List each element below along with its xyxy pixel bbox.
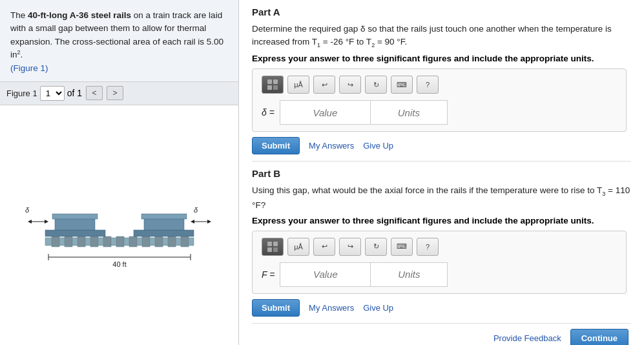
part-b-input-row: F =: [262, 262, 617, 287]
problem-text-line3: expansion. The cross-sectional area of e…: [10, 37, 223, 47]
svg-rect-11: [181, 236, 189, 247]
part-b-submit-button[interactable]: Submit: [252, 299, 300, 317]
figure-label: Figure 1: [6, 89, 37, 98]
part-b-help-button[interactable]: ?: [417, 238, 439, 256]
svg-rect-31: [273, 79, 278, 84]
provide-feedback-link[interactable]: Provide Feedback: [493, 333, 561, 343]
part-a-submit-button[interactable]: Submit: [252, 137, 300, 154]
part-divider: [252, 161, 631, 162]
rail-diagram: δ δ 40 ft: [6, 176, 232, 273]
figure-link[interactable]: (Figure 1): [10, 63, 48, 73]
part-a-toolbar: μÅ ↩ ↪ ↻ ⌨ ?: [262, 76, 617, 94]
part-b-value-input[interactable]: [280, 262, 370, 287]
part-b-units-input[interactable]: [370, 262, 448, 287]
part-a-my-answers-link[interactable]: My Answers: [309, 141, 354, 151]
part-a-give-up-link[interactable]: Give Up: [363, 141, 393, 151]
figure-area: δ δ 40 ft: [0, 105, 238, 345]
figure-dropdown[interactable]: 1: [40, 86, 65, 101]
svg-rect-7: [129, 236, 137, 247]
svg-rect-35: [273, 242, 278, 246]
part-a-description: Determine the required gap δ so that the…: [252, 23, 631, 50]
part-b-instruction: Express your answer to three significant…: [252, 216, 631, 225]
svg-rect-3: [78, 236, 85, 247]
svg-rect-13: [55, 218, 95, 230]
continue-button[interactable]: Continue: [570, 329, 628, 345]
figure-nav: Figure 1 1 of 1 < >: [0, 81, 238, 105]
svg-rect-10: [168, 236, 176, 247]
svg-marker-20: [28, 220, 32, 224]
part-a-heading: Part A: [252, 6, 631, 17]
part-a-submit-row: Submit My Answers Give Up: [252, 137, 631, 154]
svg-rect-1: [52, 236, 59, 247]
svg-rect-4: [90, 236, 98, 247]
left-panel: The 40-ft-long A-36 steel rails on a tra…: [0, 0, 239, 345]
part-b-section: Part B Using this gap, what would be the…: [252, 168, 631, 316]
figure-select: Figure 1 1 of 1: [6, 86, 82, 101]
part-a-answer-box: μÅ ↩ ↪ ↻ ⌨ ? δ =: [252, 68, 627, 132]
part-a-value-input[interactable]: [280, 100, 370, 125]
svg-rect-12: [45, 230, 105, 236]
svg-rect-37: [273, 247, 278, 252]
svg-text:40 ft: 40 ft: [112, 260, 126, 268]
prev-button[interactable]: <: [86, 86, 103, 100]
right-panel: Part A Determine the required gap δ so t…: [239, 0, 644, 345]
part-b-answer-box: μÅ ↩ ↪ ↻ ⌨ ? F =: [252, 231, 627, 294]
part-b-give-up-link[interactable]: Give Up: [363, 303, 393, 313]
problem-description: The 40-ft-long A-36 steel rails on a tra…: [0, 0, 238, 81]
part-b-submit-row: Submit My Answers Give Up: [252, 299, 631, 317]
svg-rect-33: [273, 85, 278, 90]
part-b-keyboard-button[interactable]: ⌨: [391, 238, 413, 256]
part-b-matrix-button[interactable]: [262, 238, 284, 256]
problem-text-line1: The 40-ft-long A-36 steel rails on a tra…: [10, 10, 222, 20]
svg-rect-36: [267, 247, 272, 252]
part-a-matrix-button[interactable]: [262, 76, 284, 94]
part-a-mu-button[interactable]: μÅ: [287, 76, 309, 94]
footer-bar: Provide Feedback Continue: [252, 323, 631, 345]
svg-rect-30: [267, 79, 272, 84]
svg-text:δ: δ: [25, 206, 30, 214]
part-a-refresh-button[interactable]: ↻: [365, 76, 387, 94]
svg-rect-15: [134, 230, 194, 236]
part-b-heading: Part B: [252, 168, 631, 179]
svg-rect-8: [142, 236, 150, 247]
part-b-toolbar: μÅ ↩ ↪ ↻ ⌨ ?: [262, 238, 617, 256]
svg-rect-2: [65, 236, 72, 247]
svg-rect-34: [267, 242, 272, 246]
part-b-my-answers-link[interactable]: My Answers: [309, 303, 354, 313]
next-button[interactable]: >: [107, 86, 123, 100]
part-a-redo-button[interactable]: ↪: [339, 76, 361, 94]
svg-marker-24: [207, 220, 211, 224]
part-b-mu-button[interactable]: μÅ: [287, 238, 309, 256]
svg-rect-16: [144, 218, 184, 230]
svg-rect-5: [103, 236, 111, 247]
svg-rect-6: [116, 236, 124, 247]
svg-marker-19: [45, 220, 48, 224]
part-b-redo-button[interactable]: ↪: [339, 238, 361, 256]
part-a-eq-label: δ =: [262, 107, 275, 118]
svg-marker-23: [191, 220, 194, 224]
part-a-units-input[interactable]: [370, 100, 448, 125]
part-a-undo-button[interactable]: ↩: [313, 76, 335, 94]
part-b-refresh-button[interactable]: ↻: [365, 238, 387, 256]
svg-rect-14: [52, 214, 98, 219]
part-a-input-row: δ =: [262, 100, 617, 125]
problem-text-line4: in2.: [10, 50, 23, 59]
svg-rect-32: [267, 85, 272, 90]
part-b-undo-button[interactable]: ↩: [313, 238, 335, 256]
part-a-instruction: Express your answer to three significant…: [252, 54, 631, 63]
svg-rect-17: [141, 214, 187, 219]
svg-text:δ: δ: [194, 206, 198, 214]
svg-rect-9: [155, 236, 163, 247]
part-a-section: Part A Determine the required gap δ so t…: [252, 6, 631, 154]
figure-of-label: of 1: [67, 88, 82, 98]
part-a-keyboard-button[interactable]: ⌨: [391, 76, 413, 94]
part-b-eq-label: F =: [262, 269, 275, 280]
part-b-description: Using this gap, what would be the axial …: [252, 184, 631, 211]
part-a-help-button[interactable]: ?: [417, 76, 439, 94]
problem-text-line2: with a small gap between them to allow f…: [10, 23, 206, 33]
